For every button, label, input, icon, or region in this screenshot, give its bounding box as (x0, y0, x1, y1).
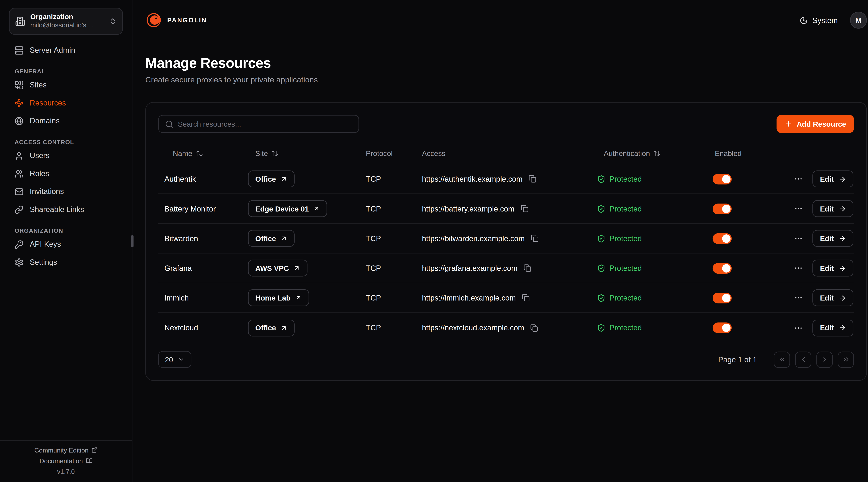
sidebar-item-label: Resources (30, 99, 66, 107)
shield-check-icon (597, 324, 606, 332)
copy-icon (524, 264, 532, 272)
page-subtitle: Create secure proxies to your private ap… (145, 75, 867, 84)
copy-url-button[interactable] (519, 203, 529, 214)
sidebar-section: GENERAL Sites Resources Domains (9, 68, 123, 130)
edit-button[interactable]: Edit (813, 230, 854, 247)
copy-url-button[interactable] (529, 323, 539, 333)
column-header-protocol: Protocol (365, 149, 422, 158)
site-link-button[interactable]: Edge Device 01 (248, 200, 328, 217)
theme-selector[interactable]: System (800, 16, 838, 24)
sidebar: Organization milo@fossorial.io's ... Ser… (0, 0, 132, 482)
row-menu-button[interactable] (793, 262, 804, 274)
shield-check-icon (597, 294, 606, 302)
row-menu-button[interactable] (793, 233, 804, 244)
sidebar-item-server-admin[interactable]: Server Admin (9, 41, 123, 59)
sort-icon (653, 150, 660, 157)
enabled-toggle[interactable] (713, 322, 732, 333)
external-link-icon (91, 447, 98, 453)
site-link-button[interactable]: AWS VPC (248, 260, 308, 277)
site-link-button[interactable]: Office (248, 230, 294, 247)
arrow-up-right-icon (313, 205, 320, 212)
shield-check-icon (597, 175, 606, 183)
moon-icon (800, 16, 808, 24)
resource-name: Bitwarden (164, 234, 198, 243)
sidebar-item-domains[interactable]: Domains (9, 112, 123, 130)
enabled-toggle[interactable] (713, 203, 732, 214)
site-link-button[interactable]: Office (248, 319, 294, 336)
plus-icon (784, 120, 792, 128)
chevrons-left-icon (778, 355, 786, 363)
sidebar-item-resources[interactable]: Resources (9, 94, 123, 112)
column-header-name[interactable]: Name (158, 149, 242, 158)
copy-url-button[interactable] (530, 233, 540, 244)
first-page-button[interactable] (774, 351, 790, 368)
sidebar-item-api-keys[interactable]: API Keys (9, 235, 123, 253)
column-header-authentication[interactable]: Authentication (596, 149, 713, 158)
copy-icon (522, 294, 530, 302)
user-icon (14, 151, 24, 160)
copy-url-button[interactable] (528, 174, 538, 184)
documentation-link[interactable]: Documentation (39, 457, 92, 464)
table-row: Nextcloud Office TCP https://nextcloud.e… (158, 313, 854, 343)
edit-button[interactable]: Edit (813, 289, 854, 306)
community-edition-link[interactable]: Community Edition (34, 447, 98, 453)
add-resource-button[interactable]: Add Resource (776, 115, 854, 133)
arrow-up-right-icon (281, 324, 287, 331)
next-page-button[interactable] (816, 351, 833, 368)
arrow-right-icon (839, 235, 846, 242)
copy-url-button[interactable] (523, 263, 533, 273)
brand[interactable]: PANGOLIN (145, 12, 207, 29)
edit-button[interactable]: Edit (813, 170, 854, 187)
copy-url-button[interactable] (521, 293, 531, 303)
edit-button[interactable]: Edit (813, 260, 854, 277)
shield-check-icon (597, 264, 606, 272)
enabled-toggle[interactable] (713, 173, 732, 184)
chevron-down-icon (178, 356, 185, 363)
shield-check-icon (597, 204, 606, 213)
site-link-button[interactable]: Home Lab (248, 289, 309, 306)
search-input[interactable] (178, 120, 352, 128)
row-menu-button[interactable] (793, 173, 804, 185)
resource-name: Immich (164, 294, 189, 302)
row-menu-button[interactable] (793, 292, 804, 303)
app: Organization milo@fossorial.io's ... Ser… (0, 0, 868, 482)
roles-icon (14, 169, 24, 179)
ellipsis-icon (794, 204, 803, 213)
sidebar-item-users[interactable]: Users (9, 147, 123, 165)
sidebar-item-roles[interactable]: Roles (9, 165, 123, 183)
column-header-site[interactable]: Site (242, 149, 365, 158)
prev-page-button[interactable] (795, 351, 811, 368)
table-footer: 20 Page 1 of 1 (158, 351, 854, 368)
enabled-toggle[interactable] (713, 263, 732, 273)
pagination-controls: Page 1 of 1 (718, 351, 854, 368)
organization-building-icon (15, 16, 25, 26)
resources-icon (14, 99, 24, 107)
enabled-toggle[interactable] (713, 233, 732, 244)
sidebar-item-invitations[interactable]: Invitations (9, 183, 123, 200)
enabled-toggle[interactable] (713, 292, 732, 303)
sidebar-item-label: Settings (30, 258, 57, 266)
sidebar-item-sites[interactable]: Sites (9, 76, 123, 94)
row-menu-button[interactable] (793, 203, 804, 214)
auth-status: Protected (609, 294, 642, 302)
org-selector[interactable]: Organization milo@fossorial.io's ... (9, 8, 123, 35)
chevrons-right-icon (842, 355, 850, 363)
copy-icon (531, 234, 539, 242)
arrow-right-icon (839, 205, 846, 212)
edit-button[interactable]: Edit (813, 200, 854, 217)
arrow-up-right-icon (281, 175, 287, 182)
edit-button[interactable]: Edit (813, 319, 854, 336)
site-link-button[interactable]: Office (248, 170, 294, 187)
row-menu-button[interactable] (793, 322, 804, 333)
column-header-access: Access (422, 149, 596, 158)
sidebar-resize-handle[interactable] (131, 235, 133, 247)
last-page-button[interactable] (838, 351, 854, 368)
search-icon (165, 120, 173, 128)
page-size-select[interactable]: 20 (158, 351, 191, 368)
sites-icon (14, 81, 24, 90)
user-avatar[interactable]: M (850, 12, 867, 29)
sidebar-item-shareable-links[interactable]: Shareable Links (9, 201, 123, 219)
sidebar-item-settings[interactable]: Settings (9, 253, 123, 271)
resources-card: Add Resource Name Site (145, 102, 867, 381)
auth-status: Protected (609, 234, 642, 243)
